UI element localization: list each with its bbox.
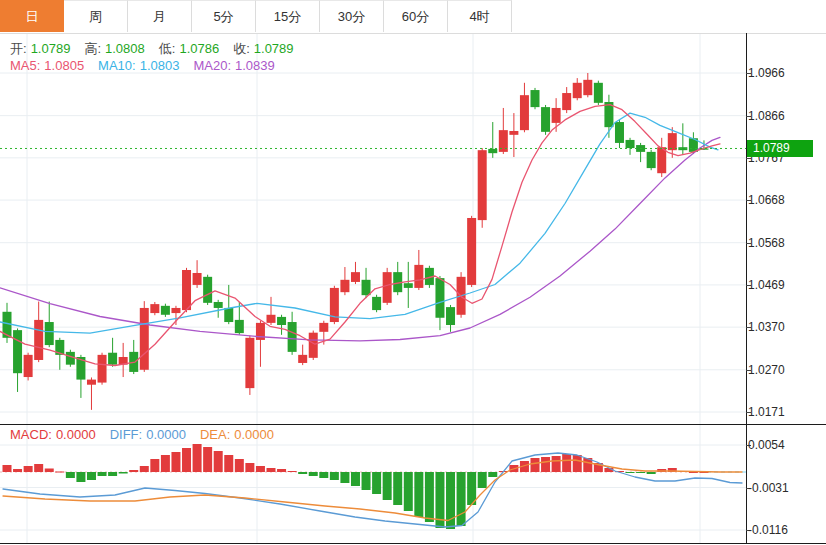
macd-bar	[87, 472, 96, 480]
candle-body	[478, 150, 487, 220]
macd-bar	[203, 447, 212, 472]
candle-body	[298, 355, 307, 363]
macd-bar	[108, 472, 117, 476]
info-value: 1.0808	[105, 41, 145, 56]
macd-tick-label: -0.0031	[748, 481, 789, 495]
macd-bar	[98, 472, 107, 476]
candle-body	[488, 149, 497, 153]
macd-bar	[129, 470, 138, 472]
info-label: 高:	[84, 41, 101, 56]
macd-bar	[140, 466, 149, 472]
macd-bar	[224, 455, 233, 472]
info-label: DIFF:	[110, 427, 143, 442]
candle-body	[224, 308, 233, 322]
info-value: 0.0000	[234, 427, 274, 442]
ma-info-row: MA5:1.0805MA10:1.0803MA20:1.0839	[10, 58, 289, 73]
info-value: 1.0789	[31, 41, 71, 56]
candle-body	[404, 283, 413, 288]
macd-bar	[351, 472, 360, 486]
info-label: 低:	[159, 41, 176, 56]
info-label: MA5:	[10, 58, 40, 73]
candle-body	[24, 355, 33, 377]
macd-bar	[24, 466, 33, 472]
candle-body	[340, 280, 349, 292]
price-tick-label: 1.0668	[748, 193, 785, 207]
ohlc-info-row: 开:1.0789高:1.0808低:1.0786收:1.0789	[10, 40, 308, 58]
info-value: 0.0000	[146, 427, 186, 442]
info-label: 收:	[233, 41, 250, 56]
info-label: MA10:	[98, 58, 136, 73]
macd-bar	[119, 472, 128, 474]
candle-body	[552, 108, 561, 123]
candle-body	[182, 270, 191, 310]
candle-body	[383, 272, 392, 303]
macd-bar	[298, 472, 307, 474]
macd-bar	[182, 448, 191, 472]
macd-bar	[531, 458, 540, 472]
candle-body	[13, 330, 22, 373]
macd-bar	[573, 455, 582, 472]
macd-tick-label: 0.0054	[748, 438, 785, 452]
macd-info-row: MACD:0.0000DIFF:0.0000DEA:0.0000	[10, 427, 288, 442]
macd-bar	[626, 472, 635, 473]
candle-body	[668, 133, 677, 150]
macd-bar	[414, 472, 423, 517]
candle-body	[277, 317, 286, 325]
candle-body	[647, 152, 656, 168]
macd-bar	[13, 469, 22, 472]
price-tick-label: 1.0370	[748, 320, 785, 334]
candle-body	[309, 333, 318, 358]
macd-bar	[488, 472, 497, 477]
candle-body	[193, 273, 202, 285]
macd-bar	[541, 457, 550, 472]
candle-body	[583, 80, 592, 95]
candle-body	[615, 122, 624, 143]
candle-body	[435, 278, 444, 318]
current-price-badge: 1.0789	[747, 140, 813, 157]
candle-body	[319, 323, 328, 332]
info-value: 0.0000	[56, 427, 96, 442]
candle-body	[531, 90, 540, 107]
candle-body	[573, 83, 582, 98]
macd-bar	[245, 463, 254, 472]
candle-body	[541, 107, 550, 132]
macd-bar	[256, 466, 265, 472]
price-tick-label: 1.0568	[748, 236, 785, 250]
ma10-line	[0, 113, 718, 333]
info-label: 开:	[10, 41, 27, 56]
candle-body	[171, 308, 180, 313]
candle-body	[362, 280, 371, 295]
macd-bar	[319, 472, 328, 478]
macd-bar	[647, 472, 656, 474]
candle-body	[150, 304, 159, 313]
candle-body	[351, 272, 360, 282]
trading-chart-app: 日周月5分15分30分60分4时 开:1.0789高:1.0808低:1.078…	[0, 0, 826, 545]
ma5-line	[0, 105, 720, 366]
candle-body	[372, 297, 381, 310]
candle-body	[245, 338, 254, 388]
candle-body	[66, 352, 75, 365]
macd-bar	[171, 452, 180, 472]
macd-bar	[150, 459, 159, 472]
candlestick-chart[interactable]	[0, 0, 746, 545]
candle-body	[626, 140, 635, 148]
macd-bar	[478, 472, 487, 488]
candle-body	[509, 131, 518, 135]
price-tick-label: 1.0966	[748, 66, 785, 80]
macd-bar	[457, 472, 466, 526]
macd-bar	[34, 464, 43, 472]
info-label: MA20:	[193, 58, 231, 73]
candle-body	[414, 265, 423, 288]
macd-bar	[66, 472, 75, 478]
macd-bar	[288, 471, 297, 472]
bottom-border	[0, 543, 826, 544]
macd-bar	[45, 469, 54, 473]
macd-bar	[393, 472, 402, 505]
info-value: 1.0839	[235, 58, 275, 73]
candle-body	[657, 147, 666, 173]
macd-bar	[552, 456, 561, 472]
macd-bar	[76, 472, 85, 482]
macd-bar	[425, 472, 434, 522]
price-axis-line	[746, 33, 747, 543]
macd-bar	[372, 472, 381, 494]
